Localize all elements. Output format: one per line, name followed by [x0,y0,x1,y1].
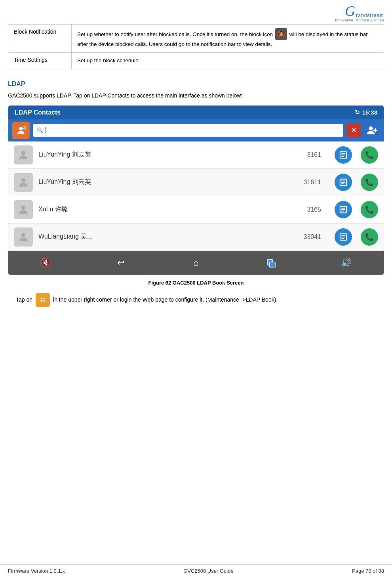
figure-caption: Figure 62 GAC2500 LDAP Book Screen [8,280,384,286]
company-logo: G randstream Innovative IP Voice & Video [335,4,384,22]
contact-detail-button-1[interactable] [335,146,352,164]
table-row-time-settings: Time Settings Set up the block schedule. [8,53,384,69]
contact-name-3: XuLu 许璐 [38,205,301,214]
contact-number-1: 3161 [307,151,321,159]
volume-button[interactable]: 🔊 [336,255,356,271]
table-row-block-notification: Block Notification Set up whether to not… [8,25,384,53]
contact-number-4: 33041 [304,233,322,241]
page-footer: Firmware Version 1.0.1.x GVC2500 User Gu… [0,564,392,574]
block-notification-label: Block Notification [8,25,72,53]
svg-point-0 [19,127,23,130]
svg-point-21 [21,233,26,237]
contact-name-4: WuLiangLiang 吴... [38,233,298,241]
tap-icon [36,293,50,307]
contact-row-1: LiuYunYing 刘云英 3161 📞 [8,141,384,169]
footer-center: GVC2500 User Guide [183,568,233,574]
contact-row-3: XuLu 许璐 3165 📞 [8,196,384,224]
contact-call-button-3[interactable]: 📞 [361,201,378,218]
block-notification-icon [275,28,287,40]
block-notification-desc: Set up whether to notify user after bloc… [72,25,384,53]
contact-call-button-2[interactable]: 📞 [361,174,378,191]
contact-detail-button-3[interactable] [335,201,352,218]
ldap-heading: LDAP [8,80,384,88]
svg-point-32 [44,298,45,299]
logo-brand-text: randstream [356,13,384,18]
ldap-search-bar[interactable]: 🔍 [33,124,343,137]
svg-point-29 [41,298,42,299]
time-settings-desc: Set up the block schedule. [72,53,384,69]
search-cursor [46,127,46,134]
ldap-titlebar-time: ↻ 15:33 [355,109,377,116]
ldap-avatar-button[interactable]: @ [12,122,30,139]
footer-firmware: Firmware Version 1.0.1.x [8,568,65,574]
contact-name-2: LiuYunYing 刘云英 [38,178,298,186]
logo-g-letter: G [345,4,355,18]
contact-detail-button-2[interactable] [335,174,352,191]
contact-row-2: LiuYunYing 刘云英 31611 📞 [8,169,384,196]
contact-name-1: LiuYunYing 刘云英 [38,151,301,159]
multitask-button[interactable] [261,255,281,271]
page-header: G randstream Innovative IP Voice & Video [0,0,392,24]
ldap-intro: GAC2500 supports LDAP. Tap on LDAP Conta… [8,92,384,100]
contact-avatar-3 [14,200,33,219]
ldap-add-contact-button[interactable] [364,122,380,138]
ldap-bottombar: 🔇 ↩ ⌂ 🔊 [8,251,384,275]
contact-avatar-4 [14,227,33,247]
footer-page: Page 70 of 88 [352,568,384,574]
ldap-titlebar: LDAP Contacts ↻ 15:33 [8,106,384,119]
tap-instruction: Tap on in the upper right corner or logi… [16,293,376,307]
contact-row-4: WuLiangLiang 吴... 33041 📞 [8,224,384,251]
contact-call-button-4[interactable]: 📞 [361,228,378,246]
svg-point-16 [21,205,26,210]
tap-instruction-pre: Tap on [16,295,32,304]
svg-rect-27 [270,262,275,268]
settings-table: Block Notification Set up whether to not… [8,24,384,69]
ldap-screen-mockup: LDAP Contacts ↻ 15:33 @ 🔍 ✕ [8,105,384,275]
contact-number-3: 3165 [307,206,321,213]
svg-point-6 [21,151,26,155]
ldap-toolbar: @ 🔍 ✕ [8,119,384,141]
svg-point-3 [369,126,373,130]
search-icon: 🔍 [37,127,43,133]
ldap-close-button[interactable]: ✕ [346,123,361,138]
contact-call-button-1[interactable]: 📞 [361,146,378,164]
clock-time: 15:33 [362,109,377,116]
time-settings-label: Time Settings [8,53,72,69]
contact-avatar-1 [14,145,33,164]
svg-text:@: @ [23,127,26,129]
svg-point-11 [21,178,26,182]
contact-avatar-2 [14,173,33,192]
contact-detail-button-4[interactable] [335,228,352,246]
mute-button[interactable]: 🔇 [36,255,56,271]
tap-instruction-post: in the upper right corner or login the W… [53,295,278,304]
ldap-section: LDAP GAC2500 supports LDAP. Tap on LDAP … [8,80,384,307]
contact-number-2: 31611 [304,179,322,186]
logo-tagline-text: Innovative IP Voice & Video [335,18,384,22]
sync-icon: ↻ [355,109,360,116]
ldap-screen-title: LDAP Contacts [15,109,61,116]
back-button[interactable]: ↩ [111,255,131,271]
home-button[interactable]: ⌂ [186,255,206,271]
